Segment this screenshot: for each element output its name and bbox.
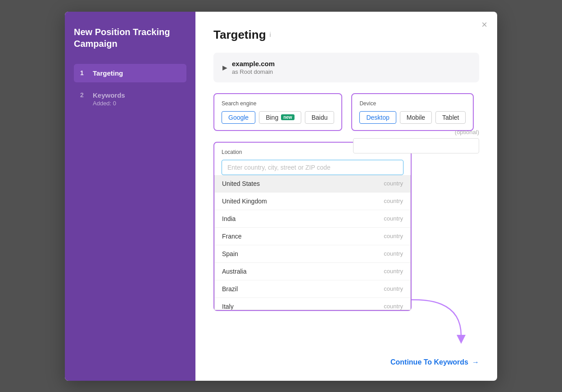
location-type: country (384, 285, 403, 292)
device-toggles: DesktopMobileTablet (359, 111, 466, 124)
close-button[interactable]: × (481, 20, 487, 30)
step-number: 2 (80, 91, 87, 99)
domain-name: example.com (232, 60, 275, 68)
step-number: 1 (80, 69, 87, 77)
continue-label: Continue To Keywords (390, 358, 468, 366)
toggle-label: Google (228, 114, 249, 121)
modal: New Position Tracking Campaign 1 Targeti… (65, 12, 497, 381)
device-box: Device DesktopMobileTablet (351, 93, 474, 131)
sidebar-step-keywords[interactable]: 2 Keywords Added: 0 (74, 86, 186, 112)
search-engine-baidu-button[interactable]: Baidu (305, 111, 335, 124)
location-type: country (384, 268, 403, 275)
modal-overlay: New Position Tracking Campaign 1 Targeti… (0, 0, 562, 392)
location-name: India (222, 215, 236, 222)
domain-box[interactable]: ▶ example.com as Root domain (213, 53, 479, 82)
location-type: country (384, 180, 403, 187)
domain-type: as Root domain (232, 68, 275, 75)
search-engine-google-button[interactable]: Google (222, 111, 255, 124)
device-desktop-button[interactable]: Desktop (359, 111, 396, 124)
location-name: Spain (222, 250, 238, 257)
device-label: Device (359, 100, 466, 107)
search-engine-label: Search engine (222, 100, 334, 107)
search-engine-bing-button[interactable]: Bingnew (259, 111, 301, 124)
location-box: Location United States country United Ki… (213, 142, 412, 311)
new-badge: new (281, 114, 294, 120)
chevron-right-icon: ▶ (222, 64, 227, 71)
location-name: France (222, 233, 242, 240)
toggle-label: Tablet (442, 114, 459, 121)
location-item[interactable]: Italy country (215, 298, 410, 310)
search-engine-box: Search engine GoogleBingnewBaidu (213, 93, 342, 131)
location-item[interactable]: United Kingdom country (215, 193, 410, 210)
info-icon[interactable]: i (270, 31, 271, 38)
location-item[interactable]: Australia country (215, 263, 410, 280)
location-input[interactable] (222, 160, 403, 175)
location-type: country (384, 198, 403, 204)
location-item[interactable]: United States country (215, 175, 410, 193)
location-name: Italy (222, 303, 234, 310)
sidebar: New Position Tracking Campaign 1 Targeti… (65, 12, 195, 381)
optional-input[interactable] (353, 138, 479, 153)
svg-marker-0 (457, 335, 466, 344)
location-dropdown: United States country United Kingdom cou… (214, 175, 411, 310)
domain-info: example.com as Root domain (232, 60, 275, 75)
location-type: country (384, 250, 403, 257)
location-name: Brazil (222, 285, 238, 293)
step-label: Targeting (93, 69, 123, 77)
continue-arrow: → (472, 358, 479, 366)
sidebar-title: New Position Tracking Campaign (74, 26, 186, 50)
location-name: Australia (222, 268, 246, 275)
device-mobile-button[interactable]: Mobile (400, 111, 432, 124)
search-engine-toggles: GoogleBingnewBaidu (222, 111, 334, 124)
page-title-text: Targeting (213, 28, 266, 42)
optional-label: (optional) (353, 129, 479, 135)
toggle-label: Desktop (366, 114, 389, 121)
main-content: × Targeting i ▶ example.com as Root doma… (195, 12, 497, 381)
location-item[interactable]: Spain country (215, 245, 410, 263)
continue-to-keywords-button[interactable]: Continue To Keywords → (390, 358, 479, 366)
location-type: country (384, 233, 403, 239)
location-type: country (384, 215, 403, 222)
sidebar-step-targeting[interactable]: 1 Targeting (74, 64, 186, 82)
toggle-label: Baidu (312, 114, 328, 121)
location-item[interactable]: India country (215, 210, 410, 228)
sidebar-steps: 1 Targeting 2 Keywords Added: 0 (74, 64, 186, 112)
optional-area: (optional) (353, 129, 479, 153)
step-info: Keywords Added: 0 (93, 91, 125, 107)
step-sub: Added: 0 (93, 100, 125, 107)
step-label: Keywords (93, 91, 125, 99)
toggle-label: Mobile (407, 114, 425, 121)
location-item[interactable]: France country (215, 228, 410, 245)
location-name: United States (222, 180, 260, 187)
options-row: Search engine GoogleBingnewBaidu Device … (213, 93, 479, 131)
location-type: country (384, 303, 403, 310)
page-title-area: Targeting i (213, 28, 479, 42)
location-item[interactable]: Brazil country (215, 280, 410, 298)
step-info: Targeting (93, 69, 123, 77)
device-tablet-button[interactable]: Tablet (435, 111, 466, 124)
toggle-label: Bing (266, 114, 278, 121)
location-name: United Kingdom (222, 198, 267, 205)
